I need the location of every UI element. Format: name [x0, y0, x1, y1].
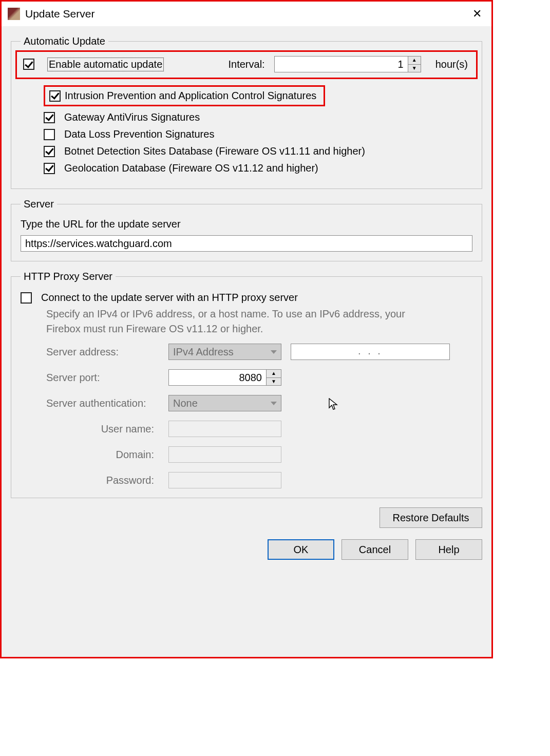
signature-list: Gateway AntiVirus Signatures Data Loss P…: [44, 111, 472, 174]
app-icon: [8, 8, 20, 20]
client-area: Automatic Update Enable automatic update…: [2, 26, 491, 657]
title-bar: Update Server ✕: [2, 2, 491, 26]
server-auth-select[interactable]: None: [168, 395, 281, 411]
server-port-spinner[interactable]: ▲ ▼: [266, 369, 281, 386]
dlp-label: Data Loss Prevention Signatures: [64, 128, 214, 140]
server-group: Server Type the URL for the update serve…: [11, 198, 482, 261]
server-port-input[interactable]: [168, 369, 266, 386]
automatic-update-group: Automatic Update Enable automatic update…: [11, 35, 482, 189]
enable-auto-update-label: Enable automatic update: [48, 58, 163, 71]
proxy-legend: HTTP Proxy Server: [21, 271, 116, 282]
server-url-input[interactable]: [21, 235, 472, 252]
server-auth-label: Server authentication:: [46, 398, 159, 409]
interval-up-icon[interactable]: ▲: [408, 56, 421, 65]
server-address-label: Server address:: [46, 346, 159, 358]
automatic-update-legend: Automatic Update: [21, 35, 108, 47]
password-label: Password:: [46, 475, 159, 486]
interval-spinner[interactable]: ▲ ▼: [408, 56, 421, 72]
server-port-label: Server port:: [46, 372, 159, 384]
server-address-type-value: IPv4 Address: [173, 346, 234, 358]
window-title: Update Server: [25, 8, 94, 20]
interval-down-icon[interactable]: ▼: [408, 65, 421, 72]
cancel-button[interactable]: Cancel: [342, 539, 408, 560]
dlp-checkbox[interactable]: [44, 129, 55, 140]
user-name-label: User name:: [46, 423, 159, 435]
gav-label: Gateway AntiVirus Signatures: [64, 111, 200, 123]
port-down-icon[interactable]: ▼: [267, 378, 281, 386]
close-icon[interactable]: ✕: [469, 7, 485, 21]
geo-label: Geolocation Database (Fireware OS v11.12…: [64, 162, 318, 174]
gav-checkbox[interactable]: [44, 112, 55, 123]
restore-defaults-button[interactable]: Restore Defaults: [380, 507, 482, 528]
interval-input[interactable]: [274, 56, 408, 72]
server-auth-value: None: [173, 398, 198, 409]
port-up-icon[interactable]: ▲: [267, 370, 281, 378]
proxy-enable-label: Connect to the update server with an HTT…: [41, 292, 298, 304]
server-address-input[interactable]: . . .: [291, 344, 450, 360]
botnet-label: Botnet Detection Sites Database (Firewar…: [64, 145, 365, 157]
signature-ips-wrap: Intrusion Prevention and Application Con…: [44, 85, 472, 106]
domain-input[interactable]: [168, 446, 281, 463]
botnet-checkbox[interactable]: [44, 146, 55, 157]
highlight-enable-row: Enable automatic update Interval: ▲ ▼ ho…: [15, 50, 478, 79]
enable-auto-update-checkbox[interactable]: [23, 59, 34, 70]
ips-label: Intrusion Prevention and Application Con…: [65, 90, 316, 102]
dialog-window: Update Server ✕ Automatic Update Enable …: [0, 0, 493, 658]
server-address-type-select[interactable]: IPv4 Address: [168, 344, 281, 360]
geo-checkbox[interactable]: [44, 163, 55, 174]
chevron-down-icon: [271, 350, 277, 354]
proxy-fields: Server address: IPv4 Address . . . Serve…: [46, 344, 472, 488]
ok-button[interactable]: OK: [268, 539, 334, 560]
server-port-stepper[interactable]: ▲ ▼: [168, 369, 281, 386]
interval-stepper[interactable]: ▲ ▼: [274, 56, 421, 72]
server-desc: Type the URL for the update server: [21, 218, 472, 230]
dialog-button-bar: OK Cancel Help: [11, 539, 482, 560]
proxy-group: HTTP Proxy Server Connect to the update …: [11, 271, 482, 498]
proxy-help-text: Specify an IPv4 or IPv6 address, or a ho…: [46, 307, 437, 336]
interval-label: Interval:: [228, 59, 264, 70]
proxy-enable-checkbox[interactable]: [21, 292, 32, 304]
domain-label: Domain:: [46, 449, 159, 461]
user-name-input[interactable]: [168, 421, 281, 437]
ips-checkbox[interactable]: [49, 90, 61, 102]
interval-unit: hour(s): [435, 59, 468, 70]
server-legend: Server: [21, 198, 57, 210]
highlight-ips-row: Intrusion Prevention and Application Con…: [44, 85, 325, 106]
help-button[interactable]: Help: [415, 539, 482, 560]
password-input[interactable]: [168, 472, 281, 488]
chevron-down-icon: [271, 402, 277, 405]
